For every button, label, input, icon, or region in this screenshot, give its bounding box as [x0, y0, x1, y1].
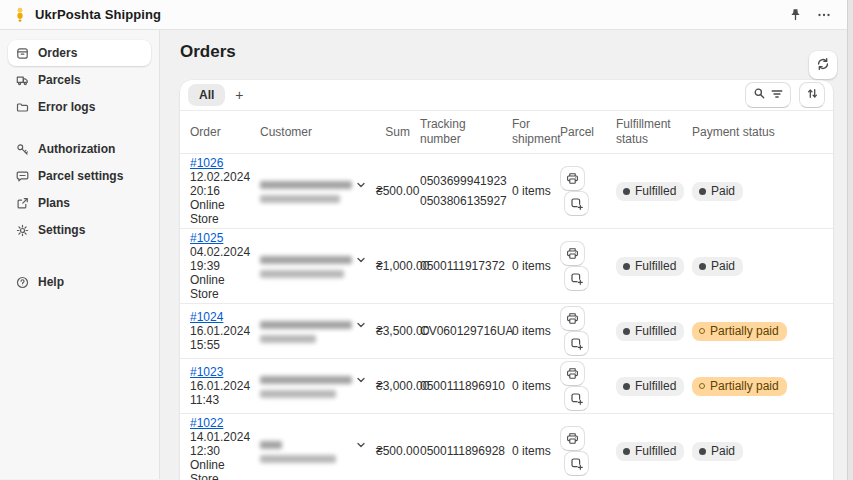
- order-sum: ₴3,500.00: [372, 304, 416, 359]
- fulfillment-status-badge: Fulfilled: [616, 322, 684, 341]
- scrollbar[interactable]: [847, 0, 853, 480]
- status-dot-icon: [623, 383, 630, 390]
- sidebar-item-label: Help: [38, 275, 64, 289]
- table-row: #1025 04.02.2024 19:39 Online Store ₴1,0…: [180, 229, 833, 304]
- orders-icon: [16, 47, 29, 60]
- fulfillment-status-badge: Fulfilled: [616, 442, 684, 461]
- chevron-down-icon[interactable]: [356, 180, 366, 190]
- print-label-button[interactable]: [560, 241, 585, 266]
- order-link[interactable]: #1025: [190, 231, 223, 245]
- payment-status-badge: Partially paid: [692, 377, 787, 396]
- status-dot-icon: [623, 188, 630, 195]
- for-shipment-count: 0 items: [508, 359, 556, 414]
- customer-phone-redacted: [260, 270, 344, 278]
- create-parcel-button[interactable]: [564, 331, 589, 356]
- key-icon: [16, 143, 29, 156]
- order-channel: Online Store: [190, 273, 252, 301]
- customer-name-redacted: [260, 181, 352, 189]
- order-sum: ₴1,000.00: [372, 229, 416, 304]
- tracking-numbers: CV060129716UA: [416, 304, 508, 359]
- tabs-row: All +: [180, 80, 833, 110]
- help-icon: [16, 276, 29, 289]
- sidebar-item-label: Error logs: [38, 100, 95, 114]
- refresh-icon: [816, 57, 830, 74]
- column-header-payment: Payment status: [688, 111, 833, 154]
- print-label-button[interactable]: [560, 361, 585, 386]
- fulfillment-status-badge: Fulfilled: [616, 377, 684, 396]
- sidebar-item-settings[interactable]: Settings: [8, 217, 151, 243]
- sidebar-item-parcel-settings[interactable]: Parcel settings: [8, 163, 151, 189]
- order-date: 16.01.2024 11:43: [190, 379, 252, 407]
- order-link[interactable]: #1026: [190, 156, 223, 170]
- table-row: #1022 14.01.2024 12:30 Online Store ₴500…: [180, 414, 833, 480]
- order-link[interactable]: #1022: [190, 416, 223, 430]
- customer-phone-redacted: [260, 390, 336, 398]
- plans-icon: [16, 197, 29, 210]
- filter-icon: [771, 88, 783, 103]
- column-header-sum: Sum: [372, 111, 416, 154]
- column-header-shipment: For shipment: [508, 111, 556, 154]
- chevron-down-icon[interactable]: [356, 255, 366, 265]
- create-parcel-button[interactable]: [564, 386, 589, 411]
- sidebar-item-orders[interactable]: Orders: [8, 40, 151, 66]
- status-dot-icon: [623, 448, 630, 455]
- order-date: 12.02.2024 20:16: [190, 170, 252, 198]
- customer-name-redacted: [260, 376, 352, 384]
- table-header-row: Order Customer Sum Tracking number For s…: [180, 111, 833, 154]
- order-date: 14.01.2024 12:30: [190, 430, 252, 458]
- sidebar-item-error-logs[interactable]: Error logs: [8, 94, 151, 120]
- status-dot-icon: [699, 263, 706, 270]
- tab-all[interactable]: All: [188, 84, 225, 106]
- fulfillment-status-badge: Fulfilled: [616, 182, 684, 201]
- print-label-button[interactable]: [560, 306, 585, 331]
- sidebar-item-help[interactable]: Help: [8, 269, 151, 295]
- folder-icon: [16, 101, 29, 114]
- sidebar-item-label: Plans: [38, 196, 70, 210]
- column-header-fulfillment: Fulfillment status: [612, 111, 688, 154]
- table-row: #1026 12.02.2024 20:16 Online Store ₴500…: [180, 154, 833, 229]
- chevron-down-icon[interactable]: [356, 320, 366, 330]
- chevron-down-icon[interactable]: [356, 375, 366, 385]
- topbar: UkrPoshta Shipping: [0, 0, 853, 30]
- main-content: Orders All +: [160, 30, 853, 479]
- order-link[interactable]: #1023: [190, 365, 223, 379]
- ellipsis-icon[interactable]: [817, 8, 831, 22]
- chevron-down-icon[interactable]: [356, 440, 366, 450]
- status-dot-icon: [699, 328, 705, 334]
- for-shipment-count: 0 items: [508, 414, 556, 480]
- page-title: Orders: [180, 42, 833, 62]
- payment-status-badge: Paid: [692, 257, 743, 276]
- order-link[interactable]: #1024: [190, 310, 223, 324]
- add-tab-button[interactable]: +: [227, 83, 251, 107]
- create-parcel-button[interactable]: [564, 191, 589, 216]
- create-parcel-button[interactable]: [564, 451, 589, 476]
- status-dot-icon: [699, 188, 706, 195]
- search-filter-button[interactable]: [745, 82, 791, 108]
- pin-icon[interactable]: [788, 8, 802, 22]
- sidebar-item-parcels[interactable]: Parcels: [8, 67, 151, 93]
- print-label-button[interactable]: [560, 426, 585, 451]
- app-logo-icon: [14, 7, 26, 23]
- sidebar-item-authorization[interactable]: Authorization: [8, 136, 151, 162]
- tracking-numbers: 0500111917372: [416, 229, 508, 304]
- sidebar-item-label: Authorization: [38, 142, 115, 156]
- status-dot-icon: [699, 448, 706, 455]
- sidebar-item-label: Parcels: [38, 73, 81, 87]
- customer-name-redacted: [260, 441, 282, 449]
- status-dot-icon: [623, 328, 630, 335]
- customer-phone-redacted: [260, 195, 340, 203]
- customer-name-redacted: [260, 321, 352, 329]
- status-dot-icon: [699, 383, 705, 389]
- customer-phone-redacted: [260, 335, 316, 343]
- refresh-button[interactable]: [809, 51, 837, 79]
- create-parcel-button[interactable]: [564, 266, 589, 291]
- payment-status-badge: Paid: [692, 182, 743, 201]
- tracking-numbers: 0500111896928: [416, 414, 508, 480]
- column-header-customer: Customer: [256, 111, 372, 154]
- sort-button[interactable]: [799, 82, 825, 108]
- customer-phone-redacted: [260, 455, 336, 463]
- sidebar-item-plans[interactable]: Plans: [8, 190, 151, 216]
- sidebar-item-label: Settings: [38, 223, 85, 237]
- print-label-button[interactable]: [560, 166, 585, 191]
- payment-status-badge: Partially paid: [692, 322, 787, 341]
